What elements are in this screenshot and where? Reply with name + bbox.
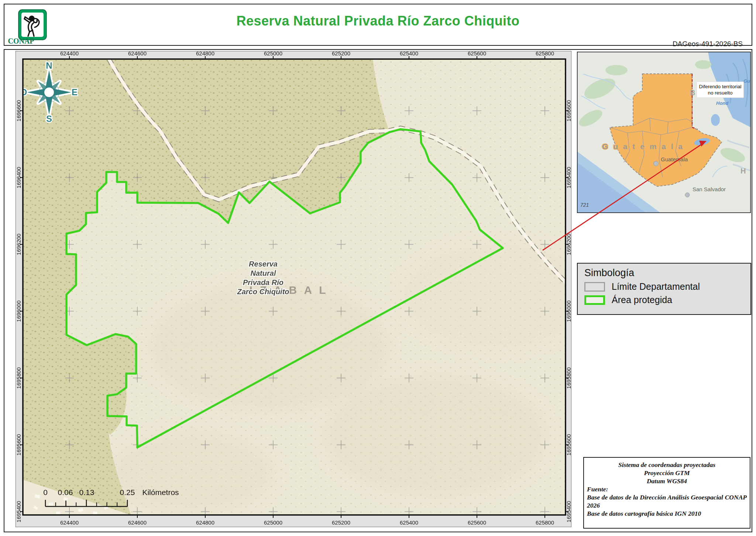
legend-item-departmental: Límite Departamental bbox=[584, 281, 750, 292]
x-tick-label: 624600 bbox=[128, 519, 147, 526]
y-tick-label: 1695800 bbox=[16, 367, 22, 389]
water-label-hond: Hond bbox=[716, 100, 729, 106]
water-label-gu: Gu bbox=[743, 78, 750, 84]
x-tick-label: 625800 bbox=[536, 51, 554, 56]
x-tick-label: 624400 bbox=[60, 51, 79, 56]
reserve-label-line: Natural bbox=[251, 269, 276, 277]
map-canvas: I Z A B A L Reserva Natural Privada Río … bbox=[20, 59, 571, 515]
y-tick-label: 1695400 bbox=[566, 501, 571, 522]
x-tick-label: 625400 bbox=[400, 51, 418, 56]
legend-title: Simbología bbox=[584, 267, 750, 279]
y-tick-label: 1696600 bbox=[566, 100, 571, 121]
x-tick-label: 625200 bbox=[332, 519, 350, 526]
map-document: CONAP Reserva Natural Privada Río Zarco … bbox=[0, 0, 756, 536]
x-tick-label: 625600 bbox=[468, 51, 486, 56]
territorial-dispute-note: Diferendo territorial no resuelto bbox=[697, 82, 743, 97]
scale-label: 0.25 bbox=[120, 488, 135, 497]
scale-label: 0.13 bbox=[79, 488, 94, 497]
departmental-boundary-swatch-icon bbox=[584, 282, 605, 292]
y-tick-label: 1695600 bbox=[566, 434, 571, 456]
scale-label: 0 bbox=[43, 488, 48, 497]
legend-item-protected-area: Área protegida bbox=[584, 295, 750, 305]
projection-line: Proyección GTM bbox=[584, 469, 750, 477]
protected-area-swatch-icon bbox=[584, 295, 605, 305]
scale-label: 0.06 bbox=[58, 488, 73, 497]
reserve-label-line: Reserva bbox=[249, 260, 278, 268]
credits-box: Sistema de coordenadas proyectadas Proye… bbox=[583, 457, 750, 529]
y-tick-label: 1696200 bbox=[16, 234, 22, 255]
x-tick-label: 625000 bbox=[264, 519, 282, 526]
road-number-label: 721 bbox=[580, 202, 589, 208]
san-salvador-dot bbox=[685, 193, 690, 197]
legend-item-label: Límite Departamental bbox=[612, 281, 700, 292]
page-title: Reserva Natural Privada Río Zarco Chiqui… bbox=[4, 13, 752, 29]
datum-line: Datum WGS84 bbox=[584, 477, 750, 485]
san-salvador-label: San Salvador bbox=[693, 186, 726, 192]
y-tick-label: 1696000 bbox=[566, 300, 571, 322]
scale-unit-label: Kilómetros bbox=[142, 488, 179, 497]
x-tick-label: 625200 bbox=[332, 51, 350, 56]
reserve-label-line: Privada Río bbox=[243, 278, 284, 286]
honduras-label: H o bbox=[740, 167, 751, 175]
y-tick-label: 1695800 bbox=[566, 367, 571, 389]
y-tick-label: 1695400 bbox=[16, 501, 22, 522]
y-tick-label: 1696200 bbox=[566, 234, 571, 255]
x-tick-label: 624600 bbox=[128, 51, 147, 56]
legend-item-label: Área protegida bbox=[612, 295, 672, 305]
legend: Simbología Límite Departamental Área pro… bbox=[577, 263, 751, 315]
conap-logo-label: CONAP bbox=[4, 37, 38, 45]
source-line-2: Base de datos cartografía básica IGN 201… bbox=[587, 509, 747, 518]
capital-city-label: Guatemala bbox=[661, 156, 688, 162]
x-tick-label: 624800 bbox=[196, 519, 214, 526]
compass-e-label: E bbox=[72, 87, 78, 97]
header: CONAP Reserva Natural Privada Río Zarco … bbox=[4, 4, 752, 46]
belize-label: B bbox=[690, 89, 695, 97]
inset-locator-map: B Gu Hond G u a t e m a l a Guatemala Sa… bbox=[577, 52, 751, 213]
y-tick-label: 1696400 bbox=[16, 167, 22, 188]
compass-s-label: S bbox=[46, 114, 52, 124]
coord-system-line: Sistema de coordenadas proyectadas bbox=[584, 461, 750, 469]
reserve-label-line: Zarco Chiquito bbox=[237, 288, 289, 296]
x-tick-label: 624400 bbox=[60, 519, 79, 526]
y-tick-label: 1696400 bbox=[566, 167, 571, 188]
x-tick-label: 625600 bbox=[468, 519, 486, 526]
x-tick-label: 625400 bbox=[400, 519, 418, 526]
x-tick-label: 625800 bbox=[536, 519, 554, 526]
x-tick-label: 624800 bbox=[196, 51, 214, 56]
y-tick-label: 1696000 bbox=[16, 300, 22, 322]
main-map: I Z A B A L Reserva Natural Privada Río … bbox=[16, 51, 571, 527]
y-tick-label: 1696600 bbox=[16, 100, 22, 121]
capital-city-dot bbox=[654, 161, 659, 166]
country-label: G u a t e m a l a bbox=[602, 142, 684, 151]
source-heading: Fuente: bbox=[587, 485, 747, 493]
document-id: DAGeos-491-2026-BS bbox=[673, 40, 743, 48]
amatique-bay bbox=[711, 114, 720, 126]
x-tick-label: 625000 bbox=[264, 51, 282, 56]
source-line-1: Base de datos de la Dirección Análisis G… bbox=[587, 493, 747, 509]
compass-n-label: N bbox=[46, 61, 52, 71]
y-tick-label: 1695600 bbox=[16, 434, 22, 456]
